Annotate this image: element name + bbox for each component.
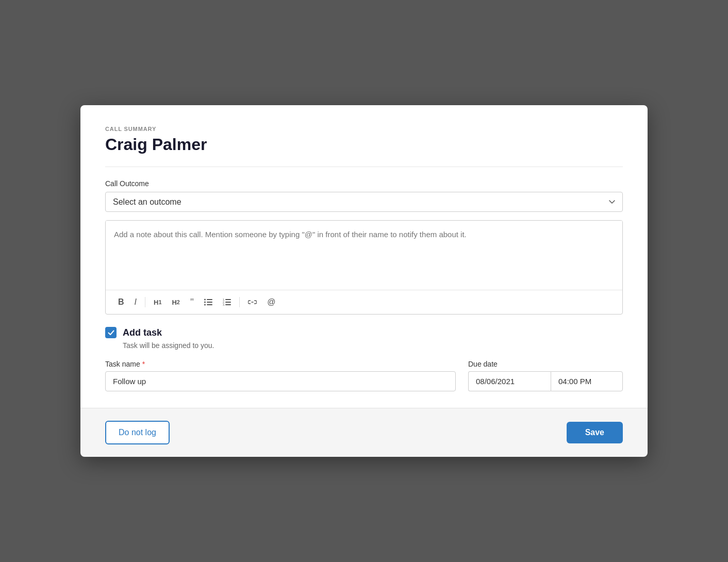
call-outcome-section: Call Outcome Select an outcome Answered … (105, 179, 623, 212)
task-fields: Task name * Due date (105, 360, 623, 391)
due-date-input[interactable] (468, 371, 551, 391)
save-button[interactable]: Save (567, 422, 623, 443)
add-task-label: Add task (123, 327, 162, 338)
required-star: * (142, 360, 145, 368)
add-task-checkbox[interactable] (105, 327, 117, 338)
toolbar-mention-button[interactable]: @ (263, 296, 279, 308)
toolbar-link-button[interactable] (244, 297, 261, 307)
svg-point-2 (204, 302, 206, 303)
svg-rect-5 (207, 304, 212, 305)
toolbar-h2-button[interactable]: H2 (168, 297, 184, 308)
add-task-header: Add task (105, 327, 623, 338)
call-outcome-select[interactable]: Select an outcome Answered Left voicemai… (105, 192, 623, 212)
due-date-fields (468, 371, 623, 391)
note-editor: B I H1 H2 " (105, 220, 623, 315)
do-not-log-button[interactable]: Do not log (105, 421, 170, 444)
task-name-label: Task name * (105, 360, 456, 368)
header-divider (105, 167, 623, 167)
svg-rect-9 (225, 302, 231, 303)
toolbar-italic-button[interactable]: I (130, 296, 141, 308)
toolbar-separator-1 (145, 297, 145, 307)
toolbar-unordered-list-button[interactable] (200, 296, 217, 308)
toolbar-ordered-list-button[interactable]: 1. 2. 3. (219, 296, 235, 308)
note-textarea[interactable] (106, 221, 622, 288)
svg-point-4 (204, 304, 206, 306)
task-name-group: Task name * (105, 360, 456, 391)
call-outcome-label: Call Outcome (105, 179, 623, 188)
svg-text:3.: 3. (223, 303, 225, 306)
due-date-group: Due date (468, 360, 623, 391)
toolbar-h1-button[interactable]: H1 (150, 297, 166, 308)
toolbar-bold-button[interactable]: B (114, 296, 128, 308)
svg-point-0 (204, 299, 206, 301)
note-toolbar: B I H1 H2 " (106, 290, 622, 314)
modal-body: CALL SUMMARY Craig Palmer Call Outcome S… (80, 105, 648, 408)
task-assigned-text: Task will be assigned to you. (123, 341, 623, 350)
call-summary-modal: CALL SUMMARY Craig Palmer Call Outcome S… (80, 105, 648, 457)
svg-rect-3 (207, 302, 212, 303)
add-task-section: Add task Task will be assigned to you. T… (105, 327, 623, 391)
due-date-label: Due date (468, 360, 623, 368)
call-summary-label: CALL SUMMARY (105, 126, 623, 132)
modal-header: CALL SUMMARY Craig Palmer (105, 126, 623, 154)
svg-rect-11 (225, 304, 231, 305)
toolbar-quote-button[interactable]: " (186, 295, 198, 309)
svg-rect-1 (207, 299, 212, 300)
due-time-input[interactable] (551, 371, 623, 391)
task-name-input[interactable] (105, 371, 456, 391)
toolbar-separator-2 (239, 297, 240, 307)
modal-title: Craig Palmer (105, 135, 623, 154)
modal-footer: Do not log Save (80, 408, 648, 457)
svg-rect-7 (225, 299, 231, 300)
